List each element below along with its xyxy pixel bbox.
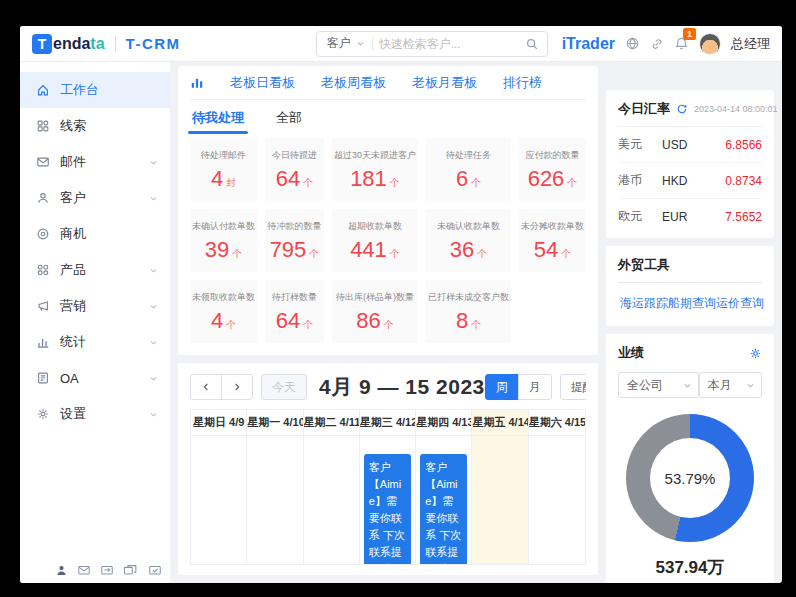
tab-boss-weekly[interactable]: 老板周看板	[321, 74, 386, 92]
performance-donut: 53.79%	[626, 414, 754, 542]
chevron-down-icon	[149, 266, 158, 275]
stat-card-pending-outbound[interactable]: 待出库(样品单)数量 86个	[332, 280, 418, 343]
stat-unit: 个	[384, 318, 394, 332]
calendar-day-column[interactable]	[191, 436, 247, 564]
stat-card-pending-writeoff[interactable]: 待冲款的数量 795个	[265, 209, 324, 272]
calendar-toolbar: 今天 4月 9 — 15 2023 周 月 提醒 未完成 我指派的	[190, 373, 586, 401]
currency-rate: 7.5652	[725, 210, 762, 224]
stat-card-pending-mails[interactable]: 待处理邮件 4封	[190, 138, 257, 201]
stat-card-pending-samples[interactable]: 待打样数量 64个	[265, 280, 324, 343]
calendar-day-column-today[interactable]	[472, 436, 528, 564]
calendar-event[interactable]: 客户【Aimie】需要你联系 下次联系提醒时间:	[364, 454, 411, 564]
sidebar-item-label: OA	[60, 371, 79, 386]
search-icon[interactable]	[525, 37, 547, 51]
chevron-down-icon	[149, 158, 158, 167]
mail-icon	[36, 155, 50, 169]
view-week-button[interactable]: 周	[485, 374, 519, 400]
opportunity-icon	[36, 227, 50, 241]
globe-icon[interactable]	[625, 36, 640, 51]
sidebar-quick-actions	[55, 563, 162, 577]
link-shipping-schedule[interactable]: 船期查询	[668, 295, 716, 312]
sidebar-item-workbench[interactable]: 工作台	[20, 72, 170, 108]
calendar-view-group: 周 月	[485, 374, 552, 400]
avatar[interactable]	[699, 33, 721, 55]
calendar-day-column[interactable]	[529, 436, 585, 564]
dashboard-tabs: 老板日看板 老板周看板 老板月看板 排行榜	[190, 66, 586, 100]
sidebar-item-oa[interactable]: OA	[20, 360, 170, 396]
calendar-card: 今天 4月 9 — 15 2023 周 月 提醒 未完成 我指派的	[178, 363, 598, 575]
tab-ranking[interactable]: 排行榜	[503, 74, 542, 92]
link-ocean-tracking[interactable]: 海运跟踪	[620, 295, 668, 312]
notifications-button[interactable]: 1	[674, 36, 689, 51]
sidebar-item-label: 工作台	[60, 81, 99, 99]
tab-boss-daily[interactable]: 老板日看板	[230, 74, 295, 92]
stat-card-pending-tasks[interactable]: 待处理任务 6个	[426, 138, 511, 201]
calendar-day-column[interactable]: 客户【Aimie】需要你联系 下次联系提醒时间:	[360, 436, 416, 564]
document-icon	[36, 371, 50, 385]
currency-code: USD	[662, 138, 725, 152]
sidebar-item-statistics[interactable]: 统计	[20, 324, 170, 360]
tab-boss-monthly[interactable]: 老板月看板	[412, 74, 477, 92]
user-role-label[interactable]: 总经理	[731, 35, 770, 53]
gear-icon[interactable]	[749, 347, 762, 360]
link-freight-rates[interactable]: 运价查询	[716, 295, 764, 312]
calendar-event[interactable]: 客户【Aimie】需要你联系 下次联系提醒时间:	[420, 454, 467, 564]
stat-title: 未确认付款单数	[192, 220, 255, 233]
sidebar-item-opportunities[interactable]: 商机	[20, 216, 170, 252]
stat-card-unclaimed-receipts[interactable]: 未领取收款单数 4个	[190, 280, 257, 343]
calendar-today-button[interactable]: 今天	[261, 374, 307, 400]
sidebar-item-marketing[interactable]: 营销	[20, 288, 170, 324]
search-input[interactable]	[373, 37, 525, 51]
calendar-prev-button[interactable]	[190, 374, 222, 400]
link-icon[interactable]	[650, 37, 664, 51]
sidebar-item-settings[interactable]: 设置	[20, 396, 170, 432]
stat-title: 未领取收款单数	[192, 291, 255, 304]
day-header: 星期二 4/11	[304, 410, 360, 435]
stat-card-30day-customers[interactable]: 超过30天未跟进客户 181个	[332, 138, 418, 201]
calendar-day-column[interactable]	[247, 436, 303, 564]
calendar-next-button[interactable]	[221, 374, 253, 400]
calendar-day-column[interactable]: 客户【Aimie】需要你联系 下次联系提醒时间:	[416, 436, 472, 564]
global-search: 客户	[316, 31, 548, 57]
view-month-button[interactable]: 月	[518, 374, 552, 400]
chevron-down-icon	[149, 410, 158, 419]
mail-send-icon[interactable]	[100, 563, 114, 577]
mail-receive-icon[interactable]	[77, 563, 91, 577]
subtab-pending-mine[interactable]: 待我处理	[190, 100, 246, 136]
period-select[interactable]: 本月	[699, 372, 762, 398]
stat-card-sampled-nodeals[interactable]: 已打样未成交客户数 8个	[426, 280, 511, 343]
stat-title: 未分摊收款单数	[521, 220, 584, 233]
header-right: 客户 iTrader 1 总经理	[316, 31, 770, 57]
itrader-link[interactable]: iTrader	[562, 35, 615, 53]
subtab-all[interactable]: 全部	[274, 100, 304, 136]
contact-icon[interactable]	[55, 564, 68, 577]
stat-card-overdue-receipts[interactable]: 超期收款单数 441个	[332, 209, 418, 272]
stat-card-unallocated-receipts[interactable]: 未分摊收款单数 54个	[519, 209, 586, 272]
trade-tools-card: 外贸工具 海运跟踪 船期查询 运价查询	[606, 246, 774, 326]
stat-card-unconfirmed-receipts[interactable]: 未确认收款单数 36个	[426, 209, 511, 272]
sidebar-item-mail[interactable]: 邮件	[20, 144, 170, 180]
mail-check-icon[interactable]	[148, 563, 162, 577]
filter-reminder-button[interactable]: 提醒	[560, 374, 586, 400]
stat-unit: 个	[471, 176, 481, 190]
sidebar-item-label: 统计	[60, 333, 86, 351]
stat-card-today-followup[interactable]: 今日待跟进 64个	[265, 138, 324, 201]
stat-card-payables[interactable]: 应付款的数量 626个	[519, 138, 586, 201]
scope-select[interactable]: 全公司	[618, 372, 699, 398]
stat-unit: 个	[567, 176, 577, 190]
search-category-select[interactable]: 客户	[317, 35, 372, 52]
refresh-icon[interactable]	[676, 103, 688, 115]
sidebar-item-leads[interactable]: 线索	[20, 108, 170, 144]
stat-value: 64	[276, 308, 300, 334]
sidebar-item-customers[interactable]: 客户	[20, 180, 170, 216]
rate-row-usd: 美元 USD 6.8566	[618, 127, 762, 163]
sidebar-item-products[interactable]: 产品	[20, 252, 170, 288]
stat-card-unconfirmed-payments[interactable]: 未确认付款单数 39个	[190, 209, 257, 272]
mail-stack-icon[interactable]	[123, 563, 139, 577]
stat-title: 应付款的数量	[521, 149, 584, 162]
stat-title: 待处理任务	[428, 149, 509, 162]
stat-value: 6	[456, 166, 468, 192]
chevron-down-icon	[149, 374, 158, 383]
calendar-day-column[interactable]	[304, 436, 360, 564]
rate-row-eur: 欧元 EUR 7.5652	[618, 199, 762, 234]
